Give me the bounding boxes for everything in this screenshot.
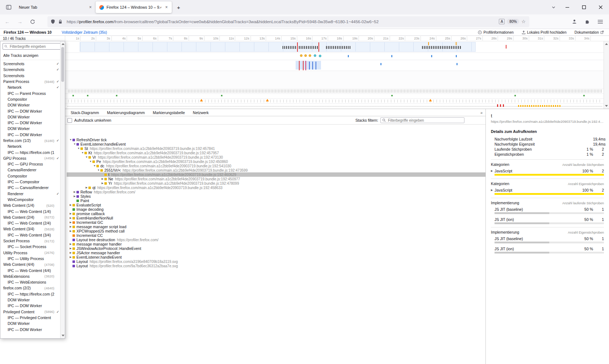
track-list-item[interactable]: DOM Worker bbox=[0, 126, 60, 131]
track-list-item[interactable]: IPC — Compositor bbox=[0, 179, 60, 185]
zoom-level-badge[interactable]: 80% bbox=[507, 19, 519, 24]
twisty-icon[interactable]: ▼ bbox=[69, 138, 72, 142]
twisty-icon[interactable]: ▶ bbox=[69, 216, 72, 220]
invert-stack-checkbox[interactable] bbox=[67, 118, 72, 123]
tab-overflow-icon[interactable]: » bbox=[480, 110, 483, 115]
track-list-item[interactable]: CanvasRenderer bbox=[0, 167, 60, 173]
browser-tab-new-tab[interactable]: Neuer Tab × bbox=[15, 1, 96, 13]
track-list-item[interactable]: Screenshots✓ bbox=[0, 67, 60, 72]
list-all-tabs-chevron-icon[interactable] bbox=[548, 2, 559, 13]
tab-close-icon[interactable]: × bbox=[87, 4, 93, 11]
track-list-item[interactable]: WinCompositor bbox=[0, 197, 60, 202]
call-tree-row[interactable]: ▶Reflowhttps://profiler.firefox.com/ bbox=[67, 190, 485, 194]
track-list-item[interactable]: IPC — Web Content (2/4) bbox=[0, 220, 60, 226]
call-tree-row[interactable]: Paint bbox=[67, 198, 485, 203]
track-list-item[interactable]: Web Content (4/4)(4708) bbox=[0, 262, 60, 267]
extensions-puzzle-icon[interactable] bbox=[582, 17, 592, 27]
account-icon[interactable] bbox=[569, 17, 579, 27]
call-tree-row[interactable]: Incremental CC bbox=[67, 233, 485, 238]
time-ruler[interactable]: 1s2s3s4s5s6s7s8s9s10s11s12s13s14s15s16s1… bbox=[65, 36, 603, 41]
twisty-icon[interactable]: ▼ bbox=[97, 168, 100, 172]
window-close-button[interactable] bbox=[592, 0, 609, 14]
menu-hamburger-icon[interactable] bbox=[595, 17, 605, 27]
call-tree-row[interactable]: ▼Sthttps://profiler.firefox.com/main.a1c… bbox=[67, 146, 485, 151]
twisty-icon[interactable]: ▶ bbox=[69, 246, 72, 251]
twisty-icon[interactable]: ▶ bbox=[69, 203, 72, 207]
track-list-item[interactable]: IPC — DOM Worker bbox=[0, 326, 60, 332]
call-tree-row[interactable]: ▶message manager script load bbox=[67, 225, 485, 229]
twisty-icon[interactable]: ▶ bbox=[69, 212, 72, 216]
back-button[interactable]: ← bbox=[2, 16, 13, 27]
call-tree-row[interactable]: ▶promise callback bbox=[67, 212, 485, 216]
track-list-item[interactable]: IPC — DOM Worker bbox=[0, 132, 60, 138]
track-list-item[interactable]: Web Content (1/4)(520) bbox=[0, 202, 60, 208]
profile-info-button[interactable]: Profilinformationen bbox=[478, 30, 513, 34]
twisty-icon[interactable]: ▼ bbox=[89, 159, 92, 164]
stack-filter-input[interactable] bbox=[387, 118, 463, 123]
track-list-item[interactable]: IPC — DOM Worker bbox=[0, 108, 60, 114]
track-list-item[interactable]: Parent Process(5948)✓ bbox=[0, 79, 60, 84]
track-list-item[interactable]: DOM Worker bbox=[0, 321, 60, 326]
track-panel-scrollbar[interactable] bbox=[60, 41, 65, 338]
scroll-down-arrow-icon[interactable] bbox=[605, 105, 608, 107]
scrollbar-thumb[interactable] bbox=[61, 47, 64, 82]
panel-tab[interactable]: Netzwerk bbox=[189, 109, 213, 116]
track-list-item[interactable]: IPC — Privileged Content bbox=[0, 315, 60, 321]
translate-icon[interactable]: A bbox=[499, 19, 505, 24]
call-tree-row[interactable]: ▶XPCWrappedJS method call bbox=[67, 229, 485, 233]
track-list-item[interactable]: IPC — DOM Worker bbox=[0, 303, 60, 309]
track-list-item[interactable]: Renderer✓ bbox=[0, 191, 60, 197]
twisty-icon[interactable]: ▶ bbox=[69, 251, 72, 255]
panel-tab[interactable]: Markierungsdiagramm bbox=[103, 109, 149, 116]
track-list-item[interactable]: Socket Process(9172) bbox=[0, 238, 60, 244]
call-tree-row[interactable]: ▼EventListener.handleEvent bbox=[67, 142, 485, 146]
lock-icon[interactable] bbox=[58, 19, 63, 24]
twisty-icon[interactable]: ▶ bbox=[73, 190, 76, 194]
call-tree-row[interactable]: Layout tree destructionhttps://profiler.… bbox=[67, 238, 485, 242]
forward-button[interactable]: → bbox=[14, 16, 25, 27]
track-list-item[interactable]: Network bbox=[0, 143, 60, 149]
track-list-item[interactable]: IPC — Socket Process bbox=[0, 244, 60, 250]
call-tree-row[interactable]: ▶qthttps://profiler.firefox.com/main.a1c… bbox=[67, 185, 485, 190]
track-list-item[interactable]: Compositor bbox=[0, 96, 60, 102]
call-tree-row[interactable]: ▼RefreshDriver tick bbox=[67, 138, 485, 142]
browser-tab-profiler[interactable]: Firefox 124 – Windows 10 – 9.4… × bbox=[96, 1, 172, 13]
call-tree-row[interactable]: ▶Incremental GC bbox=[67, 220, 485, 225]
call-tree-row[interactable]: ▶EventListener.handleEvent bbox=[67, 255, 485, 259]
call-tree-row[interactable]: ▼Pehttps://profiler.firefox.com/main.a1c… bbox=[67, 159, 485, 164]
show-all-tracks-button[interactable]: Alle Tracks anzeigen bbox=[0, 51, 65, 60]
tab-close-icon[interactable]: × bbox=[163, 4, 170, 11]
track-list-item[interactable]: DOM Worker bbox=[0, 102, 60, 108]
twisty-icon[interactable]: ▼ bbox=[85, 155, 88, 159]
track-list-item[interactable]: IPC — Web Content (1/4) bbox=[0, 208, 60, 214]
screenshots-track-strip[interactable] bbox=[80, 42, 476, 52]
window-minimize-button[interactable] bbox=[559, 0, 576, 14]
call-tree-row[interactable]: Layouthttps://profiler.firefox.com/a3196… bbox=[67, 259, 485, 264]
twisty-icon[interactable]: ▶ bbox=[69, 229, 72, 233]
call-tree-row[interactable]: ▼Vrhttps://profiler.firefox.com/main.a1c… bbox=[67, 155, 485, 159]
timeline-scrollbar[interactable] bbox=[604, 41, 609, 109]
call-tree-row[interactable]: ▶JSWindowActorProtocol::HandleEvent bbox=[67, 246, 485, 251]
call-tree-row[interactable]: ▶Styles bbox=[67, 194, 485, 198]
track-list-item[interactable]: IPC — Web Content (4/4) bbox=[0, 267, 60, 273]
full-range-link[interactable]: Vollständiger Zeitraum (35s) bbox=[62, 30, 107, 34]
twisty-icon[interactable]: ▶ bbox=[73, 194, 76, 198]
call-tree-row[interactable]: ▶EvaluateScript bbox=[67, 203, 485, 207]
track-list-item[interactable]: Utility Process(2676) bbox=[0, 250, 60, 256]
track-list-item[interactable]: DOM Worker bbox=[0, 297, 60, 303]
track-list-item[interactable]: GPU Process(4456)✓ bbox=[0, 155, 60, 161]
track-list-item[interactable]: Web Content (3/4)(5828) bbox=[0, 226, 60, 232]
call-tree-row[interactable]: ▶Nehttps://profiler.firefox.com/main.a1c… bbox=[67, 177, 485, 181]
documentation-link[interactable]: Dokumentation bbox=[575, 30, 604, 34]
track-list-item[interactable]: Screenshots✓ bbox=[0, 61, 60, 67]
call-tree-row[interactable]: ▶JSActor message handler bbox=[67, 251, 485, 255]
track-list-item[interactable]: IPC — Parent Process bbox=[0, 90, 60, 96]
twisty-icon[interactable]: ▶ bbox=[85, 185, 88, 190]
track-filter-input[interactable] bbox=[9, 44, 61, 49]
upload-profile-button[interactable]: Lokales Profil hochladen bbox=[522, 30, 567, 34]
expand-icon[interactable]: ▶ bbox=[491, 189, 495, 192]
reload-button[interactable] bbox=[27, 16, 38, 27]
call-tree-row[interactable]: Image decoding bbox=[67, 207, 485, 212]
shield-icon[interactable] bbox=[50, 19, 55, 24]
call-tree-row[interactable]: thttps://profiler.firefox.com/main.a1c2b… bbox=[67, 172, 485, 177]
